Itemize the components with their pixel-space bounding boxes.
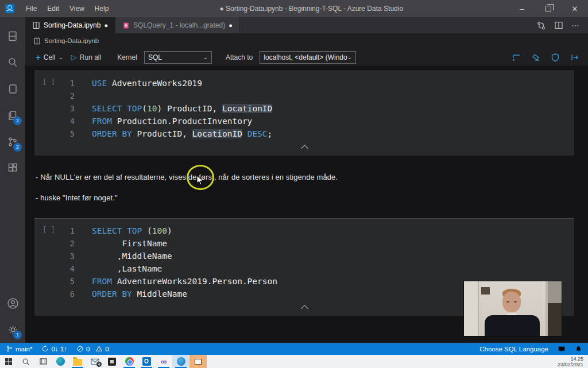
account-icon[interactable] <box>0 290 25 316</box>
unsaved-dot-icon[interactable]: ● <box>229 22 233 29</box>
code-line: 3SELECT TOP(10) ProductID, LocationID <box>34 102 574 115</box>
task-view-icon <box>39 358 48 365</box>
feedback-icon[interactable] <box>558 345 566 353</box>
menu-help[interactable]: Help <box>90 0 114 17</box>
tab-sqlquery1[interactable]: SQLQuery_1 - localh...grated) ● <box>115 17 240 33</box>
chevron-up-icon <box>301 305 308 312</box>
add-cell-button[interactable]: + Cell ⌄ <box>33 51 65 64</box>
restore-button[interactable] <box>535 0 562 17</box>
visual-studio-icon: ∞ <box>161 357 167 366</box>
restore-icon <box>546 6 551 11</box>
extensions-icon[interactable] <box>0 155 25 181</box>
chevron-down-icon: ⌄ <box>347 54 352 60</box>
mail-taskbar-icon[interactable]: 4 <box>86 355 103 368</box>
chevron-up-icon <box>301 145 308 152</box>
split-editor-icon[interactable] <box>554 21 563 30</box>
minimize-button[interactable]: – <box>509 0 535 17</box>
azure-data-studio-window: File Edit View Help ● Sorting-Data.ipynb… <box>0 0 588 368</box>
breadcrumb[interactable]: Sorting-Data.ipynb <box>25 33 588 48</box>
code-token: AdventureWorks2019 <box>107 79 202 88</box>
notifications-bell-icon[interactable] <box>575 345 582 353</box>
line-number: 3 <box>34 102 75 115</box>
language-mode-status[interactable]: Choose SQL Language <box>479 346 548 352</box>
errors-icon <box>76 345 84 352</box>
code-cell-1-lines[interactable]: 1USE AdventureWorks201923SELECT TOP(10) … <box>34 77 574 140</box>
source-control-icon[interactable]: 2 <box>0 129 25 155</box>
unsaved-dot-icon[interactable]: ● <box>104 22 108 29</box>
tab-strip: Sorting-Data.ipynb ● SQLQuery_1 - localh… <box>25 17 588 33</box>
window-title: ● Sorting-Data.ipynb - Beginning-T-SQL -… <box>114 5 509 13</box>
presenter-person <box>506 301 517 303</box>
cell-run-indicator[interactable]: [ ] <box>42 78 55 86</box>
source-control-badge: 2 <box>13 143 22 152</box>
settings-gear-icon[interactable]: 1 <box>0 316 25 343</box>
recorder-taskbar-icon[interactable] <box>189 355 207 368</box>
code-token: MiddleName <box>132 289 187 299</box>
code-token: ProductID, <box>132 129 192 138</box>
open-changes-icon[interactable] <box>536 21 546 30</box>
visual-studio-taskbar-icon[interactable]: ∞ <box>155 355 172 368</box>
code-line: 1SELECT TOP (100) <box>34 224 574 237</box>
markdown-line: - Når NULL'er er en del af resultaterne,… <box>36 173 574 181</box>
line-number: 5 <box>34 127 75 140</box>
webcam-overlay <box>464 281 562 336</box>
menu-view[interactable]: View <box>64 0 90 17</box>
code-token: FROM <box>92 277 112 286</box>
search-icon <box>22 358 30 366</box>
file-explorer-taskbar-icon[interactable] <box>69 355 86 368</box>
windows-taskbar: 4 O ∞ 14.25 23/02/2021 <box>0 355 588 368</box>
collapse-cells-icon[interactable] <box>511 52 521 63</box>
edge-taskbar-icon[interactable] <box>52 355 69 368</box>
notebook-file-icon <box>32 21 40 29</box>
clear-results-icon[interactable] <box>531 52 541 63</box>
app-logo-icon <box>5 3 15 14</box>
jump-to-icon[interactable] <box>570 52 580 63</box>
more-actions-icon[interactable]: ⋯ <box>571 21 580 30</box>
sync-status[interactable]: 0↓ 1↑ <box>41 343 67 355</box>
trusted-shield-icon[interactable] <box>550 52 560 63</box>
close-button[interactable]: ✕ <box>562 0 588 17</box>
menu-edit[interactable]: Edit <box>42 0 64 17</box>
tab-label: SQLQuery_1 - localh...grated) <box>133 21 225 29</box>
webcam-background <box>548 303 562 336</box>
code-cell-1[interactable]: [ ] 1USE AdventureWorks201923SELECT TOP(… <box>34 71 574 156</box>
run-all-button[interactable]: ▷ Run all <box>69 51 103 63</box>
code-token: ) <box>167 226 172 235</box>
camera-app-taskbar-icon[interactable] <box>103 355 121 368</box>
breadcrumb-item[interactable]: Sorting-Data.ipynb <box>44 37 99 44</box>
tab-sorting-data-notebook[interactable]: Sorting-Data.ipynb ● <box>25 17 115 33</box>
search-icon[interactable] <box>0 49 25 76</box>
code-line: 1USE AdventureWorks2019 <box>34 77 574 90</box>
start-button[interactable] <box>0 355 17 368</box>
kernel-dropdown[interactable]: SQL ⌄ <box>144 51 212 64</box>
sync-icon <box>41 345 49 352</box>
webcam-speaker <box>481 287 490 295</box>
code-token: ( <box>142 226 152 235</box>
git-branch-status[interactable]: main* <box>6 343 32 355</box>
chrome-taskbar-icon[interactable] <box>121 355 138 368</box>
git-branch-icon <box>6 345 13 352</box>
taskbar-clock[interactable]: 14.25 23/02/2021 <box>558 355 588 368</box>
connections-icon[interactable] <box>0 23 25 49</box>
cell-run-indicator[interactable]: [ ] <box>42 226 55 234</box>
cell-collapse-control[interactable] <box>34 140 574 153</box>
notebooks-icon[interactable] <box>0 76 25 102</box>
settings-badge: 1 <box>13 331 22 339</box>
kernel-label: Kernel <box>117 53 137 61</box>
azure-data-studio-taskbar-icon[interactable] <box>172 355 189 368</box>
task-view-button[interactable] <box>34 355 52 368</box>
problems-status[interactable]: 0 0 <box>76 343 109 355</box>
explorer-icon[interactable]: 2 <box>0 102 25 129</box>
window-outline-icon <box>195 359 202 365</box>
mouse-cursor-icon <box>196 175 204 185</box>
taskbar-search-button[interactable] <box>17 355 34 368</box>
line-number: 3 <box>34 250 75 262</box>
webcam-background <box>548 281 562 303</box>
attach-to-dropdown[interactable]: localhost, <default> (Windo ⌄ <box>260 51 356 64</box>
code-token: USE <box>92 79 107 88</box>
code-line: 2 FirstName <box>34 237 574 250</box>
chevron-down-icon: ⌄ <box>203 54 207 60</box>
outlook-taskbar-icon[interactable]: O <box>138 355 155 368</box>
menu-file[interactable]: File <box>21 0 42 17</box>
attach-to-label: Attach to <box>226 53 253 61</box>
